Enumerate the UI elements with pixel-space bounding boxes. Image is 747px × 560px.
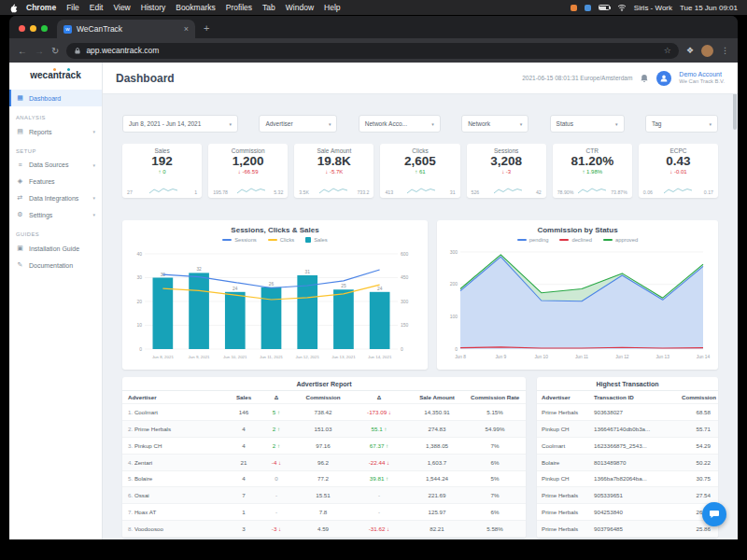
- menubar-profile-label[interactable]: Siris - Work: [634, 4, 672, 12]
- kpi-sparkline: [237, 187, 265, 195]
- bookmark-star-icon[interactable]: ☆: [664, 46, 671, 55]
- chat-widget-button[interactable]: [702, 502, 726, 526]
- filter-status[interactable]: Status▾: [550, 115, 625, 133]
- advertiser-cell: Pinkup CH: [537, 426, 591, 432]
- column-header-commission[interactable]: Commission: [294, 394, 352, 400]
- legend-item-sessions[interactable]: Sessions: [222, 237, 257, 243]
- menubar-item-bookmarks[interactable]: Bookmarks: [176, 3, 216, 12]
- menubar-item-window[interactable]: Window: [286, 3, 314, 12]
- header-right: 2021-06-15 08:01:31 Europe/Amsterdam Dem…: [522, 71, 725, 86]
- sidebar-item-data-integrations[interactable]: ⇄Data Integrations▾: [9, 189, 102, 206]
- menubar-item-view[interactable]: View: [113, 3, 130, 12]
- sidebar-item-settings[interactable]: ⚙Settings▾: [9, 206, 102, 223]
- bell-icon[interactable]: [640, 74, 649, 83]
- menubar-item-edit[interactable]: Edit: [90, 3, 104, 12]
- kpi-delta-value: -5.7K: [330, 169, 343, 175]
- kpi-delta-value: -0.01: [674, 169, 687, 175]
- sidebar-item-dashboard[interactable]: ▦Dashboard: [9, 90, 102, 106]
- account-menu[interactable]: Demo Account We Can Track B.V.: [679, 71, 725, 86]
- menubar-item-help[interactable]: Help: [324, 3, 340, 12]
- column-header-sales[interactable]: Sales: [229, 394, 259, 400]
- sidebar-item-documentation[interactable]: ✎Documentation: [9, 257, 102, 273]
- kpi-label: Sales: [154, 147, 169, 154]
- transaction-id-cell: 1623366875_2543...: [591, 442, 679, 449]
- chevron-down-icon: ▾: [329, 121, 331, 127]
- legend-item-clicks[interactable]: Clicks: [268, 237, 294, 243]
- menubar-item-chrome[interactable]: Chrome: [26, 3, 56, 12]
- kpi-delta: ↑ 0: [159, 169, 166, 175]
- commission-cell: 50.22: [679, 459, 716, 466]
- legend-item-approved[interactable]: approved: [603, 237, 638, 243]
- filter-network[interactable]: Network▾: [461, 115, 529, 133]
- advertiser-name: Coolmart: [134, 409, 158, 415]
- table-header-row: AdvertiserTransaction IDCommission: [537, 391, 718, 404]
- advertiser-cell: Coolmart: [537, 442, 591, 449]
- filter-tag[interactable]: Tag▾: [645, 115, 718, 133]
- legend-swatch: [559, 239, 569, 241]
- address-bar[interactable]: app.wecantrack.com ☆: [66, 43, 679, 59]
- legend-item-declined[interactable]: declined: [559, 237, 592, 243]
- chevron-down-icon: ▾: [615, 121, 618, 127]
- browser-menu-icon[interactable]: ⋮: [721, 46, 729, 55]
- kpi-delta-value: 0: [162, 169, 165, 175]
- app-logo[interactable]: wecantrack: [9, 70, 102, 90]
- reload-icon[interactable]: ↻: [51, 46, 59, 56]
- menubar-item-file[interactable]: File: [66, 3, 79, 12]
- filter-advertiser[interactable]: Advertiser▾: [259, 115, 337, 133]
- minimize-window-button[interactable]: [30, 25, 36, 32]
- app-sidebar: wecantrack ▦DashboardAnalysis▤Reports▾Se…: [9, 63, 103, 539]
- menubar-item-profiles[interactable]: Profiles: [226, 3, 252, 12]
- page-title: Dashboard: [116, 72, 175, 85]
- sidebar-item-label: Features: [29, 178, 55, 185]
- legend-item-sales[interactable]: Sales: [305, 237, 328, 243]
- reports-icon: ▤: [16, 128, 24, 135]
- date-range-filter[interactable]: Jun 8, 2021 - Jun 14, 2021▾: [122, 115, 238, 133]
- menubar-item-history[interactable]: History: [141, 3, 165, 12]
- column-header-delta[interactable]: Δ: [259, 394, 294, 400]
- data-integrations-icon: ⇄: [16, 194, 24, 202]
- close-window-button[interactable]: [19, 25, 25, 32]
- menubar-clock[interactable]: Tue 15 Jun 09:01: [680, 4, 738, 12]
- advertiser-name: Prime Herbals: [134, 426, 171, 432]
- sidebar-item-label: Reports: [29, 129, 52, 135]
- wifi-icon[interactable]: [617, 4, 627, 11]
- menubar-item-tab[interactable]: Tab: [262, 3, 275, 12]
- browser-tab[interactable]: w WeCanTrack ×: [57, 20, 195, 38]
- delta-cell: -22.44 ↓: [352, 459, 406, 466]
- back-icon[interactable]: ←: [18, 46, 27, 56]
- svg-text:Jun 10, 2021: Jun 10, 2021: [223, 355, 247, 359]
- sidebar-item-data-sources[interactable]: ≡Data Sources▾: [9, 157, 102, 173]
- column-header-delta[interactable]: Δ: [352, 394, 406, 400]
- sidebar-item-features[interactable]: ◈Features: [9, 173, 102, 189]
- chevron-down-icon: ▾: [431, 121, 434, 127]
- screen-record-icon[interactable]: [571, 5, 577, 11]
- svg-text:Jun 12, 2021: Jun 12, 2021: [296, 355, 320, 359]
- tab-close-icon[interactable]: ×: [184, 24, 189, 34]
- column-header-commission[interactable]: Commission: [679, 394, 716, 400]
- kpi-label: ECPC: [669, 147, 686, 154]
- sidebar-item-installation-guide[interactable]: ▣Installation Guide: [9, 240, 102, 257]
- sidebar-item-label: Settings: [29, 212, 52, 218]
- new-tab-button[interactable]: +: [204, 22, 209, 34]
- column-header-transaction-id[interactable]: Transaction ID: [591, 394, 679, 400]
- column-header-advertiser[interactable]: Advertiser: [537, 394, 591, 400]
- zoom-window-button[interactable]: [41, 25, 48, 32]
- chevron-down-icon: ▾: [92, 162, 95, 168]
- column-header-advertiser[interactable]: Advertiser: [122, 394, 229, 400]
- legend-item-pending[interactable]: pending: [517, 237, 549, 243]
- column-header-sale-amount[interactable]: Sale Amount: [406, 394, 468, 400]
- filter-label: Advertiser: [265, 120, 292, 127]
- filter-network-acco[interactable]: Network Acco...▾: [359, 115, 441, 133]
- app-status-icon[interactable]: [585, 5, 591, 11]
- table-row: 1. Coolmart1465 ↑738.42-173.09 ↓14,350.9…: [122, 404, 526, 421]
- apple-menu-icon[interactable]: [9, 3, 18, 13]
- row-rank: 2.: [128, 426, 134, 432]
- browser-profile-avatar[interactable]: [701, 45, 713, 57]
- column-header-commission-rate[interactable]: Commission Rate: [468, 394, 522, 400]
- commission-cell: 151.03: [294, 426, 352, 432]
- forward-icon[interactable]: →: [35, 46, 44, 56]
- extensions-icon[interactable]: ❖: [686, 46, 694, 55]
- sidebar-item-reports[interactable]: ▤Reports▾: [9, 123, 102, 140]
- account-avatar[interactable]: [656, 71, 671, 86]
- commission-cell: 25.86: [679, 525, 716, 532]
